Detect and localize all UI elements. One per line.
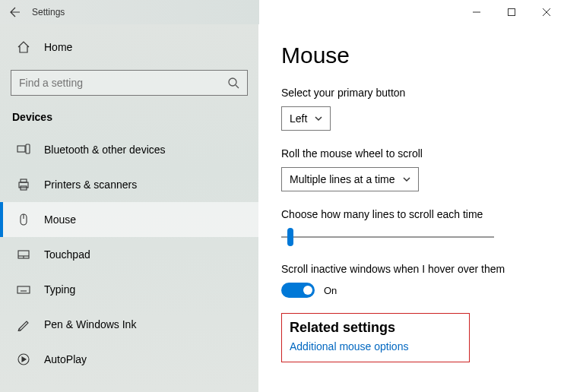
pen-icon <box>17 318 30 331</box>
slider-thumb[interactable] <box>287 228 293 246</box>
sidebar-item-mouse[interactable]: Mouse <box>0 202 258 237</box>
minimize-button[interactable] <box>459 0 494 24</box>
primary-button-value: Left <box>290 112 307 125</box>
inactive-hover-value: On <box>324 285 337 296</box>
inactive-hover-toggle[interactable] <box>281 283 315 298</box>
home-nav[interactable]: Home <box>0 32 258 62</box>
chevron-down-icon <box>315 115 322 122</box>
sidebar-item-label: Typing <box>44 283 75 296</box>
sidebar-item-label: Touchpad <box>44 248 90 261</box>
scroll-wheel-value: Multiple lines at a time <box>290 173 395 185</box>
back-button[interactable] <box>0 0 30 24</box>
sidebar-item-touchpad[interactable]: Touchpad <box>0 237 258 272</box>
scroll-wheel-label: Roll the mouse wheel to scroll <box>281 147 564 160</box>
maximize-button[interactable] <box>494 0 529 24</box>
page-heading: Mouse <box>281 43 564 68</box>
touchpad-icon <box>17 248 30 261</box>
additional-mouse-options-link[interactable]: Additional mouse options <box>290 340 408 352</box>
related-settings-box: Related settings Additional mouse option… <box>281 313 470 362</box>
sidebar-item-label: Pen & Windows Ink <box>44 318 136 330</box>
svg-point-1 <box>229 78 236 86</box>
search-input[interactable] <box>19 77 207 89</box>
sidebar-item-label: Bluetooth & other devices <box>44 144 166 156</box>
close-button[interactable] <box>529 0 564 24</box>
autoplay-icon <box>17 352 30 366</box>
devices-icon <box>17 143 30 156</box>
sidebar-item-label: Mouse <box>44 213 76 226</box>
sidebar-item-label: AutoPlay <box>44 353 87 365</box>
home-label: Home <box>44 41 72 53</box>
sidebar-item-printers[interactable]: Printers & scanners <box>0 167 258 202</box>
mouse-icon <box>17 213 30 226</box>
keyboard-icon <box>17 283 30 296</box>
sidebar-item-autoplay[interactable]: AutoPlay <box>0 342 258 377</box>
sidebar-item-bluetooth[interactable]: Bluetooth & other devices <box>0 132 258 167</box>
sidebar-section-title: Devices <box>0 106 258 132</box>
search-icon <box>227 77 239 89</box>
primary-button-dropdown[interactable]: Left <box>281 106 331 131</box>
svg-rect-2 <box>17 146 25 152</box>
home-icon <box>17 40 30 54</box>
lines-scroll-slider[interactable] <box>281 228 494 246</box>
toggle-knob <box>303 286 312 295</box>
related-settings-heading: Related settings <box>290 320 408 336</box>
scroll-wheel-dropdown[interactable]: Multiple lines at a time <box>281 167 419 191</box>
chevron-down-icon <box>403 175 410 183</box>
sidebar-item-typing[interactable]: Typing <box>0 272 258 307</box>
sidebar-item-label: Printers & scanners <box>44 179 137 191</box>
inactive-hover-label: Scroll inactive windows when I hover ove… <box>281 263 564 275</box>
window-title: Settings <box>32 7 65 17</box>
svg-rect-5 <box>21 179 27 182</box>
titlebar: Settings <box>0 0 564 24</box>
content-pane: Mouse Select your primary button Left Ro… <box>258 24 564 392</box>
printer-icon <box>17 178 30 191</box>
svg-rect-0 <box>509 9 515 16</box>
sidebar: Home Devices Bluetooth & other devices P… <box>0 24 258 392</box>
svg-rect-3 <box>26 144 30 153</box>
primary-button-label: Select your primary button <box>281 87 564 99</box>
slider-track <box>281 236 494 238</box>
sidebar-item-pen[interactable]: Pen & Windows Ink <box>0 307 258 342</box>
svg-rect-12 <box>17 286 30 293</box>
search-box[interactable] <box>11 70 248 96</box>
lines-scroll-label: Choose how many lines to scroll each tim… <box>281 208 564 220</box>
